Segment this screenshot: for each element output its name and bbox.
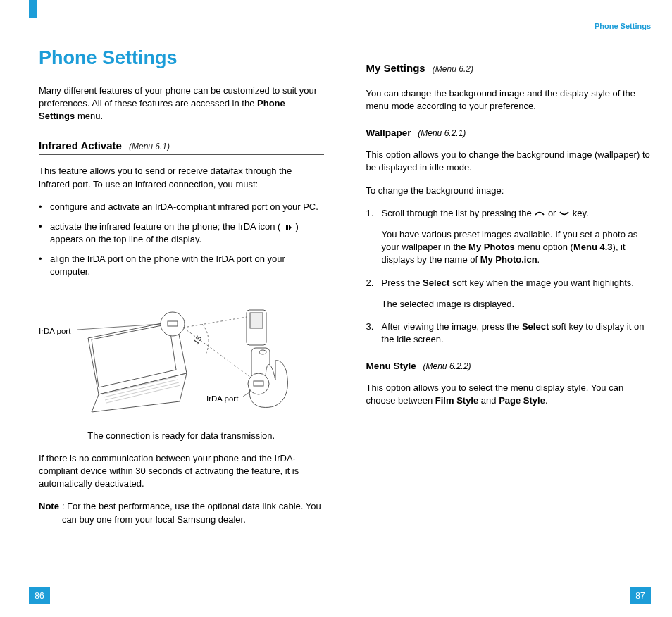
irda-diagram: 15 xyxy=(39,289,321,416)
left-column: Phone Settings Many different features o… xyxy=(39,21,324,526)
up-key-icon xyxy=(534,209,545,218)
bullet-2-pre: activate the infrared feature on the pho… xyxy=(50,221,283,232)
wallpaper-menuref: (Menu 6.2.1) xyxy=(418,128,466,138)
page-title: Phone Settings xyxy=(11,45,324,72)
menustyle-menuref: (Menu 6.2.2) xyxy=(423,361,471,371)
page-number-left: 86 xyxy=(29,587,50,604)
section-mysettings-heading: My Settings (Menu 6.2) xyxy=(366,61,652,77)
down-key-icon xyxy=(559,209,570,218)
step1-post: key. xyxy=(570,208,589,218)
irda-label-right: IrDA port xyxy=(206,393,238,404)
note: Note : For the best performance, use the… xyxy=(39,500,324,525)
irda-label-left: IrDA port xyxy=(39,325,70,337)
bullet-3: align the IrDA port on the phone with th… xyxy=(39,253,324,278)
step-3: After viewing the image, press the Selec… xyxy=(366,320,652,346)
step1-para: You have various preset images available… xyxy=(382,228,652,267)
step-2: Press the Select soft key when the image… xyxy=(366,277,652,311)
angle-label: 15 xyxy=(192,334,204,346)
intro-paragraph: Many different features of your phone ca… xyxy=(39,85,324,123)
step-1: Scroll through the list by pressing the … xyxy=(366,207,652,267)
menustyle-p: This option allows you to select the men… xyxy=(366,382,652,407)
step1-mid: or xyxy=(545,208,559,218)
bullet-1: configure and activate an IrDA-compliant… xyxy=(39,201,324,213)
intro-post: menu. xyxy=(75,111,103,121)
right-column: Phone Settings My Settings (Menu 6.2) Yo… xyxy=(366,21,652,526)
side-tab xyxy=(29,0,37,18)
step1-pre: Scroll through the list by pressing the xyxy=(382,208,535,218)
note-text: : For the best performance, use the opti… xyxy=(62,500,324,525)
menustyle-title: Menu Style xyxy=(366,361,416,371)
figure-caption: The connection is ready for data transmi… xyxy=(39,430,324,442)
svg-rect-14 xyxy=(250,313,263,328)
wallpaper-p2: To change the background image: xyxy=(366,185,652,197)
irda-icon xyxy=(283,223,293,231)
step2-para: The selected image is displayed. xyxy=(382,298,652,311)
infrared-p1: This feature allows you to send or recei… xyxy=(39,165,324,190)
svg-line-12 xyxy=(183,328,250,377)
page-number-right: 87 xyxy=(630,587,651,604)
infrared-p2: If there is no communication between you… xyxy=(39,452,324,491)
wallpaper-title: Wallpaper xyxy=(366,127,411,138)
svg-point-8 xyxy=(161,312,185,336)
section-mysettings-title: My Settings xyxy=(366,62,425,74)
wallpaper-p1: This option allows you to change the bac… xyxy=(366,149,652,174)
section-infrared-menuref: (Menu 6.1) xyxy=(129,142,170,151)
wallpaper-heading: Wallpaper (Menu 6.2.1) xyxy=(366,127,652,140)
wallpaper-steps: Scroll through the list by pressing the … xyxy=(366,207,652,347)
section-infrared-title: Infrared Activate xyxy=(39,139,122,151)
note-label: Note xyxy=(39,500,59,525)
mysettings-p1: You can change the background image and … xyxy=(366,87,652,113)
section-infrared-heading: Infrared Activate (Menu 6.1) xyxy=(39,138,324,155)
irda-figure: IrDA port IrDA port xyxy=(39,289,324,423)
svg-point-16 xyxy=(259,350,266,354)
svg-rect-0 xyxy=(286,225,288,230)
running-head: Phone Settings xyxy=(366,21,652,31)
section-mysettings-menuref: (Menu 6.2) xyxy=(433,64,473,74)
svg-line-11 xyxy=(183,317,247,328)
infrared-bullets: configure and activate an IrDA-compliant… xyxy=(39,201,324,279)
bullet-2: activate the infrared feature on the pho… xyxy=(39,220,324,246)
menustyle-heading: Menu Style (Menu 6.2.2) xyxy=(366,360,652,373)
